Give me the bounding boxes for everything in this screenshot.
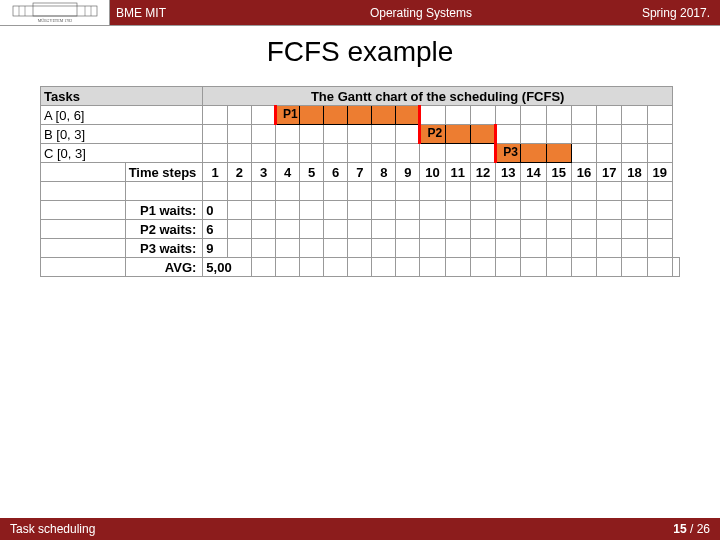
avg-row: AVG: 5,00 [41,258,680,277]
task-a-label: A [0, 6] [41,106,203,125]
task-row-b: B [0, 3] P2 [41,125,680,144]
p3-waits-row: P3 waits: 9 [41,239,680,258]
header-org: BME MIT [110,6,200,20]
gantt-header: The Gantt chart of the scheduling (FCFS) [203,87,673,106]
task-c-label: C [0, 3] [41,144,203,163]
task-row-c: C [0, 3] P3 [41,144,680,163]
footer-topic: Task scheduling [10,522,95,536]
svg-rect-0 [13,6,97,16]
p1-bar: P1 [276,106,300,125]
p3-bar: P3 [496,144,521,163]
slide-title: FCFS example [0,36,720,68]
gantt-table: Tasks The Gantt chart of the scheduling … [40,86,680,277]
footer-bar: Task scheduling 15 / 26 [0,518,720,540]
header-band: BME MIT Operating Systems Spring 2017. [110,0,720,25]
task-row-a: A [0, 6] P1 [41,106,680,125]
header-bar: MŰEGYETEM 1782 BME MIT Operating Systems… [0,0,720,26]
tasks-header: Tasks [41,87,203,106]
p1-waits-row: P1 waits: 0 [41,201,680,220]
p3-waits-label: P3 waits: [125,239,203,258]
avg-value: 5,00 [203,258,252,277]
p3-waits-value: 9 [203,239,227,258]
university-logo: MŰEGYETEM 1782 [0,0,110,25]
p1-waits-value: 0 [203,201,227,220]
gantt-table-container: Tasks The Gantt chart of the scheduling … [40,86,680,277]
svg-text:MŰEGYETEM 1782: MŰEGYETEM 1782 [37,18,72,23]
p2-waits-label: P2 waits: [125,220,203,239]
header-term: Spring 2017. [642,6,720,20]
header-course: Operating Systems [200,6,642,20]
svg-rect-1 [33,3,77,16]
p2-waits-row: P2 waits: 6 [41,220,680,239]
p1-waits-label: P1 waits: [125,201,203,220]
p2-waits-value: 6 [203,220,227,239]
avg-label: AVG: [125,258,203,277]
time-steps-row: Time steps 1 2 3 4 5 6 7 8 9 10 11 12 13… [41,163,680,182]
task-b-label: B [0, 3] [41,125,203,144]
page-indicator: 15 / 26 [673,522,710,536]
blank-row [41,182,680,201]
p2-bar: P2 [420,125,445,144]
time-steps-label: Time steps [125,163,203,182]
